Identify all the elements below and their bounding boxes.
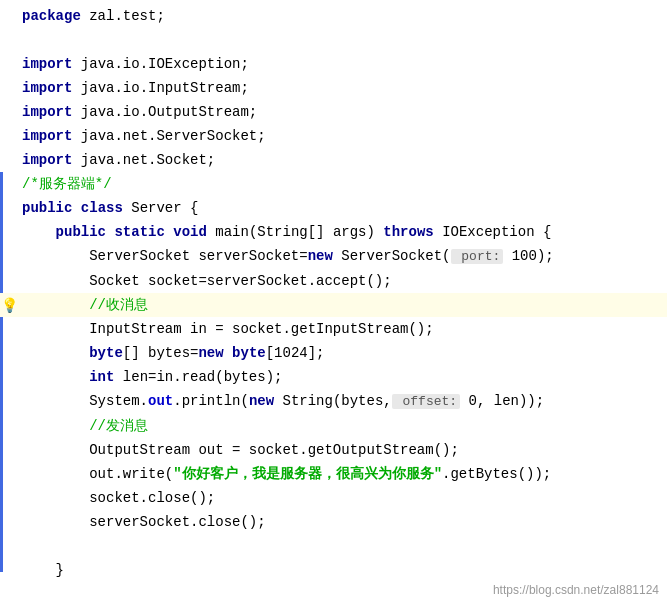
code-token: void	[173, 224, 207, 240]
line-code	[18, 29, 667, 51]
line-code: System.out.println(new String(bytes, off…	[18, 390, 667, 413]
code-token: IOException {	[434, 224, 552, 240]
code-line: }	[0, 558, 667, 582]
code-token: main(String[] args)	[207, 224, 383, 240]
code-line: import java.net.ServerSocket;	[0, 124, 667, 148]
line-code: OutputStream out = socket.getOutputStrea…	[18, 439, 667, 461]
line-code: import java.net.Socket;	[18, 149, 667, 171]
code-token: out	[148, 393, 173, 409]
code-token	[22, 369, 89, 385]
code-token: len=in.read(bytes);	[114, 369, 282, 385]
code-token: .getBytes());	[442, 466, 551, 482]
line-code: byte[] bytes=new byte[1024];	[18, 342, 667, 364]
line-code	[18, 535, 667, 557]
code-token	[22, 345, 89, 361]
code-line: OutputStream out = socket.getOutputStrea…	[0, 438, 667, 462]
code-token: import	[22, 80, 72, 96]
line-code: public class Server {	[18, 197, 667, 219]
code-token: static	[114, 224, 164, 240]
code-token: Socket socket=serverSocket.accept();	[22, 273, 392, 289]
code-token: serverSocket.close();	[22, 514, 266, 530]
code-token: 0, len));	[460, 393, 544, 409]
code-token: OutputStream out = socket.getOutputStrea…	[22, 442, 459, 458]
code-line: import java.io.InputStream;	[0, 76, 667, 100]
code-token: import	[22, 104, 72, 120]
code-line: byte[] bytes=new byte[1024];	[0, 341, 667, 365]
code-token: .println(	[173, 393, 249, 409]
code-token	[72, 200, 80, 216]
line-code: import java.io.InputStream;	[18, 77, 667, 99]
code-token	[224, 345, 232, 361]
line-code: import java.net.ServerSocket;	[18, 125, 667, 147]
code-line: out.write("你好客户，我是服务器，很高兴为你服务".getBytes(…	[0, 462, 667, 486]
code-token: "你好客户，我是服务器，很高兴为你服务"	[173, 466, 442, 482]
code-line: socket.close();	[0, 486, 667, 510]
code-token: zal.test;	[81, 8, 165, 24]
watermark: https://blog.csdn.net/zal881124	[493, 583, 659, 597]
code-token: Server {	[123, 200, 199, 216]
code-token: int	[89, 369, 114, 385]
code-token: class	[81, 200, 123, 216]
code-token	[22, 224, 56, 240]
code-line: /*服务器端*/	[0, 172, 667, 196]
code-token: [1024];	[266, 345, 325, 361]
line-code: serverSocket.close();	[18, 511, 667, 533]
line-gutter: 💡	[0, 297, 18, 314]
line-code: ServerSocket serverSocket=new ServerSock…	[18, 245, 667, 268]
code-line: ServerSocket serverSocket=new ServerSock…	[0, 244, 667, 269]
code-line: 💡 //收消息	[0, 293, 667, 317]
line-code: public static void main(String[] args) t…	[18, 221, 667, 243]
code-line: int len=in.read(bytes);	[0, 365, 667, 389]
line-code: package zal.test;	[18, 5, 667, 27]
code-line: import java.io.IOException;	[0, 52, 667, 76]
code-token: String(bytes,	[274, 393, 392, 409]
code-line: import java.io.OutputStream;	[0, 100, 667, 124]
code-token: new	[249, 393, 274, 409]
code-line: //发消息	[0, 414, 667, 438]
code-token: byte	[232, 345, 266, 361]
line-code: import java.io.OutputStream;	[18, 101, 667, 123]
line-code: /*服务器端*/	[18, 173, 667, 195]
code-token: public	[56, 224, 106, 240]
code-line: Socket socket=serverSocket.accept();	[0, 269, 667, 293]
code-token	[22, 418, 89, 434]
code-token: socket.close();	[22, 490, 215, 506]
line-code: int len=in.read(bytes);	[18, 366, 667, 388]
code-editor: package zal.test; import java.io.IOExcep…	[0, 0, 667, 601]
code-token: [] bytes=	[123, 345, 199, 361]
code-token: //发消息	[89, 418, 148, 434]
line-code: socket.close();	[18, 487, 667, 509]
code-token: import	[22, 152, 72, 168]
line-code: }	[18, 559, 667, 581]
code-token: new	[308, 248, 333, 264]
param-hint: offset:	[392, 394, 460, 409]
line-code: //收消息	[18, 294, 667, 316]
code-token: ServerSocket serverSocket=	[22, 248, 308, 264]
code-token: java.io.InputStream;	[72, 80, 248, 96]
code-token: throws	[383, 224, 433, 240]
code-line: InputStream in = socket.getInputStream()…	[0, 317, 667, 341]
line-code: InputStream in = socket.getInputStream()…	[18, 318, 667, 340]
code-token: /*服务器端*/	[22, 176, 112, 192]
line-code: import java.io.IOException;	[18, 53, 667, 75]
line-code: out.write("你好客户，我是服务器，很高兴为你服务".getBytes(…	[18, 463, 667, 485]
code-token: java.net.Socket;	[72, 152, 215, 168]
code-token: public	[22, 200, 72, 216]
line-code: Socket socket=serverSocket.accept();	[18, 270, 667, 292]
code-token: //收消息	[89, 297, 148, 313]
code-line: import java.net.Socket;	[0, 148, 667, 172]
code-token: import	[22, 128, 72, 144]
line-code: //发消息	[18, 415, 667, 437]
code-token: ServerSocket(	[333, 248, 451, 264]
code-line: serverSocket.close();	[0, 510, 667, 534]
code-line: System.out.println(new String(bytes, off…	[0, 389, 667, 414]
code-token: out.write(	[22, 466, 173, 482]
code-token: java.io.OutputStream;	[72, 104, 257, 120]
code-line: public static void main(String[] args) t…	[0, 220, 667, 244]
code-token: package	[22, 8, 81, 24]
code-token	[22, 297, 89, 313]
code-token: java.net.ServerSocket;	[72, 128, 265, 144]
code-token	[165, 224, 173, 240]
code-line	[0, 534, 667, 558]
code-line: public class Server {	[0, 196, 667, 220]
